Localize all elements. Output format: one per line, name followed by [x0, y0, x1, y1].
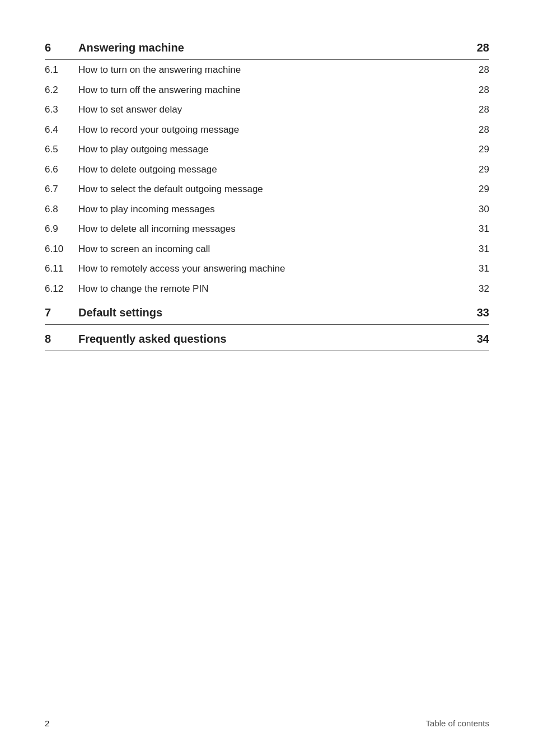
- item-6-3-page: 28: [461, 100, 489, 120]
- item-6-12-page: 32: [461, 279, 489, 299]
- item-6-2-num: 6.2: [45, 80, 78, 100]
- section-7-num: 7: [45, 298, 78, 325]
- item-6-8-page: 30: [461, 199, 489, 220]
- toc-table: 6 Answering machine 28 6.1 How to turn o…: [45, 34, 489, 351]
- item-6-9-num: 6.9: [45, 219, 78, 239]
- toc-item-6-8: 6.8 How to play incoming messages 30: [45, 199, 489, 220]
- item-6-9-title: How to delete all incoming messages: [78, 219, 461, 239]
- footer-label: Table of contents: [426, 718, 489, 728]
- section-7-row: 7 Default settings 33: [45, 298, 489, 325]
- toc-item-6-1: 6.1 How to turn on the answering machine…: [45, 60, 489, 80]
- section-6-title: Answering machine: [78, 34, 461, 60]
- section-8-row: 8 Frequently asked questions 34: [45, 325, 489, 351]
- item-6-1-title: How to turn on the answering machine: [78, 60, 461, 80]
- item-6-8-title: How to play incoming messages: [78, 199, 461, 220]
- toc-item-6-12: 6.12 How to change the remote PIN 32: [45, 279, 489, 299]
- item-6-12-title: How to change the remote PIN: [78, 279, 461, 299]
- item-6-12-num: 6.12: [45, 279, 78, 299]
- toc-item-6-3: 6.3 How to set answer delay 28: [45, 100, 489, 120]
- item-6-10-num: 6.10: [45, 239, 78, 259]
- item-6-2-page: 28: [461, 80, 489, 100]
- item-6-5-title: How to play outgoing message: [78, 139, 461, 160]
- item-6-3-title: How to set answer delay: [78, 100, 461, 120]
- item-6-4-title: How to record your outgoing message: [78, 120, 461, 140]
- item-6-4-page: 28: [461, 120, 489, 140]
- item-6-9-page: 31: [461, 219, 489, 239]
- footer: 2 Table of contents: [45, 718, 489, 728]
- item-6-1-page: 28: [461, 60, 489, 80]
- toc-item-6-6: 6.6 How to delete outgoing message 29: [45, 160, 489, 180]
- item-6-11-page: 31: [461, 259, 489, 279]
- section-6-row: 6 Answering machine 28: [45, 34, 489, 60]
- item-6-3-num: 6.3: [45, 100, 78, 120]
- item-6-11-title: How to remotely access your answering ma…: [78, 259, 461, 279]
- toc-item-6-2: 6.2 How to turn off the answering machin…: [45, 80, 489, 100]
- section-8-num: 8: [45, 325, 78, 351]
- section-8-page: 34: [461, 325, 489, 351]
- item-6-6-page: 29: [461, 160, 489, 180]
- section-6-page: 28: [461, 34, 489, 60]
- toc-item-6-4: 6.4 How to record your outgoing message …: [45, 120, 489, 140]
- toc-item-6-11: 6.11 How to remotely access your answeri…: [45, 259, 489, 279]
- item-6-2-title: How to turn off the answering machine: [78, 80, 461, 100]
- item-6-1-num: 6.1: [45, 60, 78, 80]
- section-6-num: 6: [45, 34, 78, 60]
- item-6-6-title: How to delete outgoing message: [78, 160, 461, 180]
- item-6-7-title: How to select the default outgoing messa…: [78, 179, 461, 199]
- toc-item-6-10: 6.10 How to screen an incoming call 31: [45, 239, 489, 259]
- section-8-title: Frequently asked questions: [78, 325, 461, 351]
- item-6-8-num: 6.8: [45, 199, 78, 220]
- toc-item-6-7: 6.7 How to select the default outgoing m…: [45, 179, 489, 199]
- toc-item-6-9: 6.9 How to delete all incoming messages …: [45, 219, 489, 239]
- item-6-6-num: 6.6: [45, 160, 78, 180]
- item-6-5-page: 29: [461, 139, 489, 160]
- item-6-5-num: 6.5: [45, 139, 78, 160]
- item-6-10-page: 31: [461, 239, 489, 259]
- item-6-4-num: 6.4: [45, 120, 78, 140]
- item-6-7-num: 6.7: [45, 179, 78, 199]
- item-6-10-title: How to screen an incoming call: [78, 239, 461, 259]
- section-7-page: 33: [461, 298, 489, 325]
- footer-page-number: 2: [45, 718, 49, 728]
- toc-item-6-5: 6.5 How to play outgoing message 29: [45, 139, 489, 160]
- page: 6 Answering machine 28 6.1 How to turn o…: [0, 0, 534, 756]
- item-6-7-page: 29: [461, 179, 489, 199]
- item-6-11-num: 6.11: [45, 259, 78, 279]
- section-7-title: Default settings: [78, 298, 461, 325]
